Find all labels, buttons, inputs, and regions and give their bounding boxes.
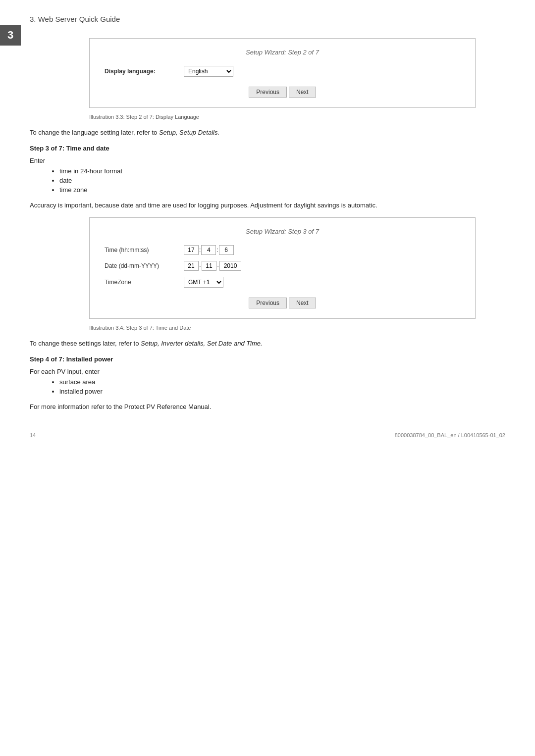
enter-label: Enter: [30, 157, 505, 164]
time-mm-input[interactable]: [201, 245, 216, 255]
page-footer: 14 8000038784_00_BAL_en / L00410565-01_0…: [0, 432, 535, 438]
time-label: Time (hh:mm:ss): [105, 247, 184, 253]
wizard-step3-buttons: Previous Next: [105, 298, 460, 308]
footer-doc-number: 8000038784_00_BAL_en / L00410565-01_02: [395, 432, 505, 438]
timezone-label: TimeZone: [105, 279, 184, 286]
wizard-step2-buttons: Previous Next: [105, 87, 460, 98]
date-dd-input[interactable]: [184, 261, 199, 271]
step4-bullet-list: surface area installed power: [59, 378, 505, 395]
step3-bullet-3: time zone: [59, 186, 505, 194]
step3-bullet-2: date: [59, 177, 505, 184]
step4-intro: For each PV input, enter: [30, 368, 505, 375]
timezone-select[interactable]: GMT +1 GMT 0 GMT +2 GMT -5: [184, 277, 223, 288]
section-badge: 3: [0, 25, 21, 46]
step3-text-italic: Setup, Inverter details, Set Date and Ti…: [141, 340, 263, 347]
date-mm-input[interactable]: [202, 261, 216, 271]
illustration-3-4-caption: Illustration 3.4: Step 3 of 7: Time and …: [89, 325, 505, 331]
time-sep-1: :: [199, 247, 201, 253]
date-row: Date (dd-mm-YYYY) - -: [105, 261, 460, 271]
time-hh-input[interactable]: [184, 245, 199, 255]
step4-footer-note: For more information refer to the Protec…: [30, 402, 505, 412]
step3-accuracy-paragraph: Accuracy is important, because date and …: [30, 201, 505, 211]
step2-previous-button[interactable]: Previous: [249, 87, 287, 98]
footer-page-number: 14: [30, 432, 36, 438]
date-label: Date (dd-mm-YYYY): [105, 262, 184, 269]
time-ss-input[interactable]: [219, 245, 234, 255]
step2-body-text: To change the language setting later, re…: [30, 128, 505, 138]
illustration-3-3-caption: Illustration 3.3: Step 2 of 7: Display L…: [89, 114, 505, 120]
step3-previous-button[interactable]: Previous: [249, 298, 287, 308]
step4-bullet-1: surface area: [59, 378, 505, 386]
step4-bullet-2: installed power: [59, 388, 505, 395]
wizard-step2-box: Setup Wizard: Step 2 of 7 Display langua…: [89, 38, 476, 108]
date-yyyy-input[interactable]: [219, 261, 241, 271]
display-language-label: Display language:: [105, 68, 184, 75]
timezone-row: TimeZone GMT +1 GMT 0 GMT +2 GMT -5: [105, 277, 460, 288]
display-language-row: Display language: English German French …: [105, 66, 460, 77]
time-sep-2: :: [216, 247, 218, 253]
language-select[interactable]: English German French Spanish: [184, 66, 233, 77]
step3-heading: Step 3 of 7: Time and date: [30, 145, 505, 152]
wizard-step3-title: Setup Wizard: Step 3 of 7: [105, 228, 460, 235]
step2-text-italic: Setup, Setup Details.: [159, 129, 219, 136]
step3-next-button[interactable]: Next: [289, 298, 316, 308]
step2-next-button[interactable]: Next: [289, 87, 316, 98]
date-sep-2: -: [217, 262, 219, 269]
step4-heading: Step 4 of 7: Installed power: [30, 355, 505, 363]
wizard-step2-title: Setup Wizard: Step 2 of 7: [105, 49, 460, 56]
step3-body-text: To change these settings later, refer to…: [30, 339, 505, 349]
wizard-step3-box: Setup Wizard: Step 3 of 7 Time (hh:mm:ss…: [89, 217, 476, 319]
step3-text-intro: To change these settings later, refer to: [30, 340, 139, 347]
time-row: Time (hh:mm:ss) : :: [105, 245, 460, 255]
step2-text-intro: To change the language setting later, re…: [30, 129, 157, 136]
date-sep-1: -: [199, 262, 201, 269]
step3-bullet-1: time in 24-hour format: [59, 167, 505, 175]
step3-bullet-list: time in 24-hour format date time zone: [59, 167, 505, 194]
chapter-heading: 3. Web Server Quick Guide: [30, 15, 505, 23]
